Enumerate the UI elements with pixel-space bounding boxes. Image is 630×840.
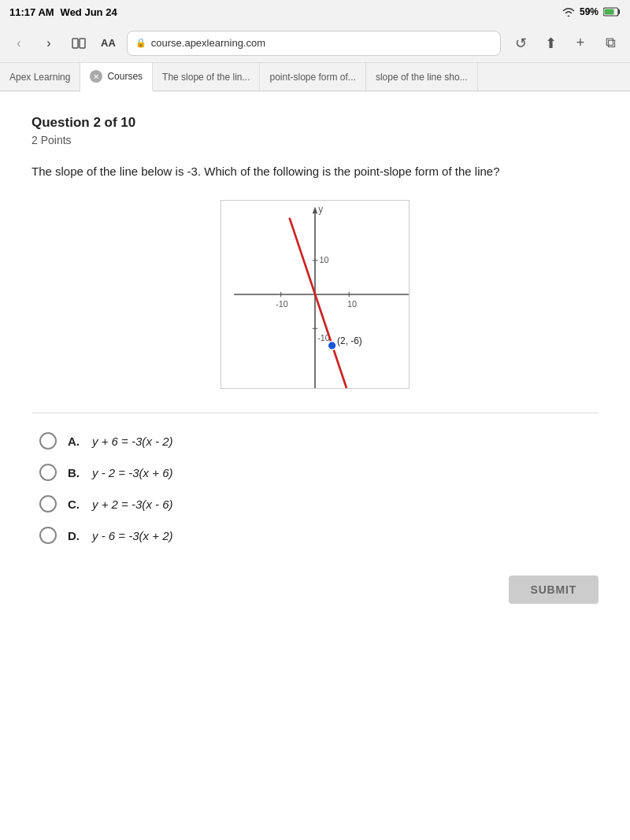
tab-slope-line[interactable]: The slope of the lin...: [153, 63, 260, 91]
tab-bar: Apex Learning ✕ Courses The slope of the…: [0, 63, 630, 91]
tab-courses[interactable]: ✕ Courses: [80, 63, 153, 91]
choice-b-label: B.: [68, 466, 80, 479]
divider: [32, 413, 598, 413]
date: Wed Jun 24: [61, 6, 117, 18]
status-right: 59%: [562, 6, 621, 17]
radio-c[interactable]: [39, 495, 57, 513]
tab-point-slope-label: point-slope form of...: [269, 72, 355, 83]
choice-d-text: y - 6 = -3(x + 2): [92, 529, 173, 542]
lock-icon: 🔒: [135, 38, 146, 48]
status-left: 11:17 AM Wed Jun 24: [9, 6, 117, 18]
bookmarks-button[interactable]: [68, 32, 90, 54]
choices-list: A. y + 6 = -3(x - 2) B. y - 2 = -3(x + 6…: [32, 432, 598, 544]
svg-text:y: y: [318, 204, 323, 215]
svg-rect-1: [605, 9, 614, 15]
status-bar: 11:17 AM Wed Jun 24 59%: [0, 0, 630, 24]
reader-mode-button[interactable]: AA: [98, 34, 119, 52]
tab-courses-label: Courses: [107, 71, 143, 82]
time: 11:17 AM: [9, 6, 54, 18]
forward-button[interactable]: ›: [38, 32, 60, 54]
add-tab-button[interactable]: +: [569, 31, 592, 55]
point-marker: [328, 342, 336, 350]
coordinate-graph: x y -10 10 10 -10 (2, -6): [220, 200, 410, 389]
battery-icon: [603, 7, 621, 17]
svg-marker-11: [409, 292, 410, 297]
svg-marker-13: [313, 207, 317, 214]
choice-d[interactable]: D. y - 6 = -3(x + 2): [39, 527, 598, 544]
tab-apex-label: Apex Learning: [9, 72, 70, 83]
address-bar[interactable]: 🔒 course.apexlearning.com: [127, 31, 501, 56]
choice-a[interactable]: A. y + 6 = -3(x - 2): [39, 432, 598, 450]
choice-b[interactable]: B. y - 2 = -3(x + 6): [39, 464, 598, 481]
svg-text:10: 10: [347, 299, 357, 309]
svg-rect-3: [80, 39, 85, 48]
back-button[interactable]: ‹: [8, 32, 30, 54]
tab-point-slope[interactable]: point-slope form of...: [260, 63, 365, 91]
tab-courses-close[interactable]: ✕: [90, 70, 102, 83]
share-button[interactable]: ⬆: [539, 31, 562, 55]
url-text: course.apexlearning.com: [151, 37, 265, 49]
reload-button[interactable]: ↺: [509, 31, 532, 55]
radio-a[interactable]: [39, 432, 57, 450]
question-points: 2 Points: [32, 134, 598, 146]
graph-container: x y -10 10 10 -10 (2, -6): [32, 200, 598, 389]
question-text: The slope of the line below is -3. Which…: [32, 162, 504, 181]
choice-a-text: y + 6 = -3(x - 2): [92, 435, 173, 448]
tab-slope-show[interactable]: slope of the line sho...: [366, 63, 478, 91]
question-header: Question 2 of 10: [32, 115, 598, 131]
svg-line-20: [290, 218, 346, 388]
tab-slope-show-label: slope of the line sho...: [376, 72, 468, 83]
tab-apex-learning[interactable]: Apex Learning: [0, 63, 80, 91]
choice-a-label: A.: [68, 435, 80, 448]
svg-text:10: 10: [319, 255, 328, 265]
radio-b[interactable]: [39, 464, 57, 481]
submit-button[interactable]: SUBMIT: [509, 575, 598, 604]
choice-b-text: y - 2 = -3(x + 6): [92, 466, 173, 479]
page-content: Question 2 of 10 2 Points The slope of t…: [0, 91, 630, 800]
choice-c-label: C.: [68, 498, 80, 511]
battery-level: 59%: [580, 6, 598, 17]
toolbar-actions: ↺ ⬆ + ⧉: [509, 31, 622, 55]
svg-text:-10: -10: [276, 299, 288, 309]
browser-toolbar: ‹ › AA 🔒 course.apexlearning.com ↺ ⬆ + ⧉: [0, 24, 630, 63]
svg-text:(2, -6): (2, -6): [337, 335, 362, 346]
radio-d[interactable]: [39, 527, 57, 544]
choice-d-label: D.: [68, 529, 80, 542]
tab-slope-line-label: The slope of the lin...: [162, 72, 250, 83]
wifi-icon: [562, 7, 575, 17]
svg-rect-2: [72, 39, 78, 48]
tabs-overview-button[interactable]: ⧉: [598, 31, 622, 55]
choice-c[interactable]: C. y + 2 = -3(x - 6): [39, 495, 598, 513]
submit-area: SUBMIT: [32, 575, 598, 604]
choice-c-text: y + 2 = -3(x - 6): [92, 498, 173, 511]
